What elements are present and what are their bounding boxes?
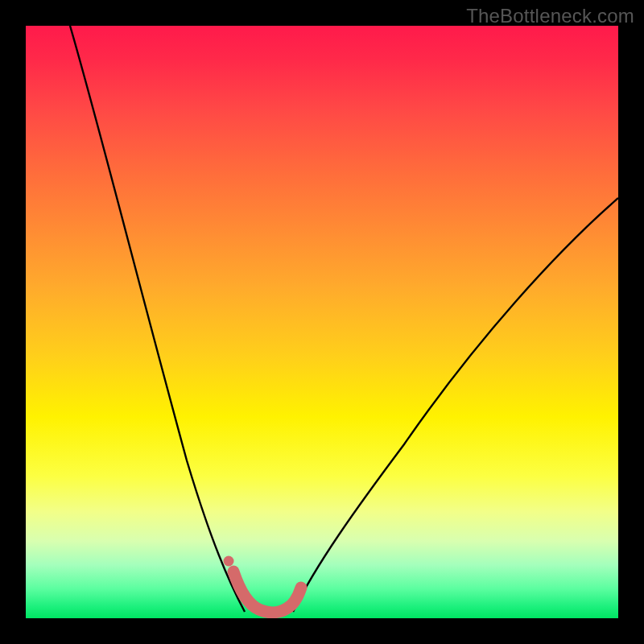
chart-frame: TheBottleneck.com	[0, 0, 644, 644]
chart-svg	[26, 26, 618, 618]
watermark-text: TheBottleneck.com	[466, 5, 634, 27]
curve-layer	[70, 26, 618, 612]
left-curve-path	[70, 26, 245, 612]
right-curve-path	[293, 198, 618, 612]
plot-area	[26, 26, 618, 618]
marker-band-path	[233, 572, 301, 613]
marker-dot-icon	[224, 556, 234, 567]
marker-layer	[224, 556, 302, 613]
